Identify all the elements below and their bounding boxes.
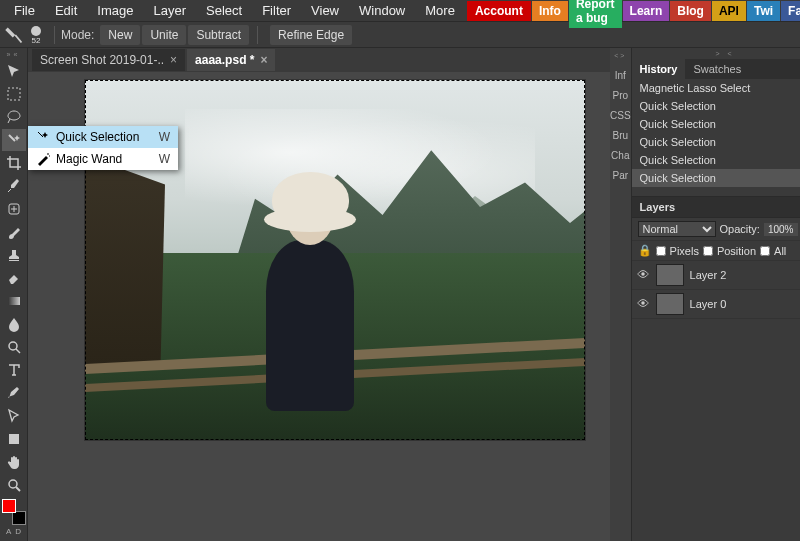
- menu-view[interactable]: View: [301, 0, 349, 21]
- flyout-item-quick-selection[interactable]: Quick SelectionW: [28, 126, 178, 148]
- menu-filter[interactable]: Filter: [252, 0, 301, 21]
- menu-window[interactable]: Window: [349, 0, 415, 21]
- close-tab-icon[interactable]: ×: [170, 53, 177, 67]
- mode-label: Mode:: [61, 28, 94, 42]
- history-item[interactable]: Quick Selection: [632, 97, 800, 115]
- document-tab[interactable]: aaaa.psd *×: [187, 49, 275, 71]
- mode-unite-button[interactable]: Unite: [142, 25, 186, 45]
- type-tool[interactable]: [2, 359, 26, 381]
- layer-visibility-icon[interactable]: [636, 296, 650, 313]
- mini-panel-inf[interactable]: Inf: [610, 65, 631, 85]
- shape-tool[interactable]: [2, 428, 26, 450]
- link-report[interactable]: Report a bug: [569, 0, 622, 28]
- mini-panel-pro[interactable]: Pro: [610, 85, 631, 105]
- mini-panel-bru[interactable]: Bru: [610, 125, 631, 145]
- pen-tool[interactable]: [2, 382, 26, 404]
- panel-tab-swatches[interactable]: Swatches: [685, 59, 749, 79]
- layer-name[interactable]: Layer 0: [690, 298, 727, 310]
- svg-point-0: [31, 26, 41, 36]
- svg-rect-1: [8, 88, 20, 100]
- layer-visibility-icon[interactable]: [636, 267, 650, 284]
- options-bar: 52 Mode: NewUniteSubtract Refine Edge: [0, 22, 800, 48]
- dodge-tool[interactable]: [2, 336, 26, 358]
- tool-column-handle[interactable]: »«: [3, 51, 25, 57]
- gradient-tool[interactable]: [2, 290, 26, 312]
- menu-layer[interactable]: Layer: [144, 0, 197, 21]
- opacity-value[interactable]: 100%: [764, 223, 798, 236]
- document-tab[interactable]: Screen Shot 2019-01-..×: [32, 49, 185, 71]
- link-info[interactable]: Info: [532, 1, 568, 21]
- layer-name[interactable]: Layer 2: [690, 269, 727, 281]
- history-item[interactable]: Quick Selection: [632, 151, 800, 169]
- tool-flyout-menu: Quick SelectionWMagic WandW: [28, 126, 178, 170]
- layer-row[interactable]: Layer 0: [632, 290, 800, 319]
- menu-file[interactable]: File: [4, 0, 45, 21]
- mode-subtract-button[interactable]: Subtract: [188, 25, 249, 45]
- link-twi[interactable]: Twi: [747, 1, 780, 21]
- workspace: Screen Shot 2019-01-..×aaaa.psd *× Quick…: [28, 48, 610, 541]
- brush-tool[interactable]: [2, 221, 26, 243]
- mini-panel-cha[interactable]: Cha: [610, 145, 631, 165]
- history-item[interactable]: Quick Selection: [632, 115, 800, 133]
- link-fb[interactable]: Facebook: [781, 1, 800, 21]
- lock-icon: 🔒: [638, 244, 652, 257]
- eyedropper-tool[interactable]: [2, 175, 26, 197]
- foreground-color-swatch[interactable]: [2, 499, 16, 513]
- menu-more[interactable]: More: [415, 0, 465, 21]
- wand-tool[interactable]: [2, 129, 26, 151]
- crop-tool[interactable]: [2, 152, 26, 174]
- history-item[interactable]: Quick Selection: [632, 133, 800, 151]
- layer-row[interactable]: Layer 2: [632, 261, 800, 290]
- refine-edge-button[interactable]: Refine Edge: [270, 25, 352, 45]
- color-swatches[interactable]: [2, 499, 26, 525]
- lasso-tool[interactable]: [2, 106, 26, 128]
- menu-select[interactable]: Select: [196, 0, 252, 21]
- blur-tool[interactable]: [2, 313, 26, 335]
- panel-tab-history[interactable]: History: [632, 59, 686, 79]
- history-item[interactable]: Quick Selection: [632, 169, 800, 187]
- stamp-tool[interactable]: [2, 244, 26, 266]
- flyout-item-magic-wand[interactable]: Magic WandW: [28, 148, 178, 170]
- brush-preview-icon[interactable]: 52: [26, 24, 46, 46]
- menu-image[interactable]: Image: [87, 0, 143, 21]
- marquee-tool[interactable]: [2, 83, 26, 105]
- svg-point-7: [9, 480, 17, 488]
- tool-column: »« A D: [0, 48, 28, 541]
- link-api[interactable]: API: [712, 1, 746, 21]
- mini-panel-handle[interactable]: <>: [614, 52, 626, 59]
- link-learn[interactable]: Learn: [623, 1, 670, 21]
- menu-account[interactable]: Account: [467, 1, 531, 21]
- eraser-tool[interactable]: [2, 267, 26, 289]
- link-blog[interactable]: Blog: [670, 1, 711, 21]
- layer-thumbnail[interactable]: [656, 293, 684, 315]
- path-select-tool[interactable]: [2, 405, 26, 427]
- history-panel-tabs: HistorySwatches: [632, 59, 800, 79]
- tool-preset-icon[interactable]: [4, 24, 24, 46]
- flyout-item-label: Magic Wand: [56, 152, 122, 166]
- menubar: FileEditImageLayerSelectFilterViewWindow…: [0, 0, 800, 22]
- heal-tool[interactable]: [2, 198, 26, 220]
- flyout-item-shortcut: W: [159, 152, 170, 166]
- canvas-area[interactable]: Quick SelectionWMagic WandW: [28, 72, 610, 541]
- mini-panel-css[interactable]: CSS: [610, 105, 631, 125]
- zoom-tool[interactable]: [2, 474, 26, 496]
- panel-handle[interactable]: > <: [632, 48, 800, 59]
- opacity-label: Opacity:: [720, 223, 760, 235]
- history-item[interactable]: Magnetic Lasso Select: [632, 79, 800, 97]
- hand-tool[interactable]: [2, 451, 26, 473]
- layer-thumbnail[interactable]: [656, 264, 684, 286]
- menu-edit[interactable]: Edit: [45, 0, 87, 21]
- blend-mode-select[interactable]: Normal: [638, 221, 716, 237]
- move-tool[interactable]: [2, 60, 26, 82]
- swap-colors-indicator[interactable]: A: [6, 527, 11, 536]
- default-colors-indicator[interactable]: D: [15, 527, 21, 536]
- background-color-swatch[interactable]: [12, 511, 26, 525]
- flyout-item-label: Quick Selection: [56, 130, 139, 144]
- lock-position-checkbox[interactable]: [703, 246, 713, 256]
- brush-size-value: 52: [32, 37, 41, 45]
- close-tab-icon[interactable]: ×: [260, 53, 267, 67]
- lock-pixels-checkbox[interactable]: [656, 246, 666, 256]
- mini-panel-par[interactable]: Par: [610, 165, 631, 185]
- lock-all-checkbox[interactable]: [760, 246, 770, 256]
- mode-new-button[interactable]: New: [100, 25, 140, 45]
